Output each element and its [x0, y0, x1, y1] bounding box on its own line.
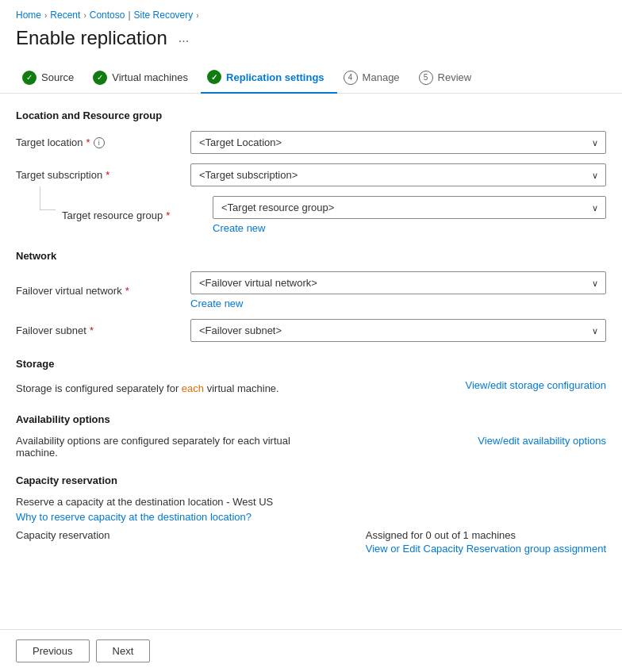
target-location-row: Target location * i <Target Location> [16, 131, 606, 154]
storage-config-link[interactable]: View/edit storage configuration [465, 379, 606, 391]
failover-subnet-row: Failover subnet * <Failover subnet> [16, 319, 606, 342]
step-review[interactable]: 5 Review [413, 63, 485, 93]
failover-vnet-row: Failover virtual network * <Failover vir… [16, 271, 606, 309]
previous-button[interactable]: Previous [16, 639, 90, 662]
capacity-reservation-label: Capacity reservation [16, 529, 190, 541]
capacity-assigned-text: Assigned for 0 out of 1 machines [366, 529, 606, 541]
step-replication-settings[interactable]: ✓ Replication settings [201, 62, 337, 94]
capacity-reservation-section: Capacity reservation Reserve a capacity … [16, 474, 606, 555]
steps-nav: ✓ Source ✓ Virtual machines ✓ Replicatio… [0, 62, 622, 94]
failover-vnet-label: Failover virtual network * [16, 285, 190, 297]
target-subscription-select[interactable]: <Target subscription> [190, 163, 606, 186]
target-location-label: Target location * i [16, 136, 190, 148]
storage-row: Storage is configured separately for eac… [16, 379, 606, 397]
target-subscription-required: * [106, 169, 109, 181]
target-resource-group-container: Target resource group * <Target resource… [16, 196, 606, 234]
step-replication-label: Replication settings [226, 71, 324, 83]
breadcrumb-chevron-3: › [196, 11, 198, 20]
step-replication-check-icon: ✓ [207, 70, 221, 84]
breadcrumb-chevron-2: › [83, 11, 86, 20]
step-source[interactable]: ✓ Source [16, 63, 86, 93]
step-manage[interactable]: 4 Manage [337, 63, 413, 93]
capacity-why-link[interactable]: Why to reserve capacity at the destinati… [16, 511, 251, 523]
step-virtual-machines[interactable]: ✓ Virtual machines [86, 63, 201, 93]
target-resource-group-control: <Target resource group> Create new [213, 196, 606, 234]
target-location-required: * [86, 136, 90, 148]
failover-subnet-label: Failover subnet * [16, 324, 190, 336]
breadcrumb-recent[interactable]: Recent [50, 10, 80, 21]
target-resource-group-label: Target resource group * [62, 209, 213, 221]
failover-subnet-select[interactable]: <Failover subnet> [190, 319, 606, 342]
step-source-check-icon: ✓ [22, 71, 36, 85]
availability-row: Availability options are configured sepa… [16, 435, 606, 459]
target-location-dropdown-wrap: <Target Location> [190, 131, 606, 154]
step-source-label: Source [41, 71, 74, 83]
form-content: Location and Resource group Target locat… [0, 109, 622, 555]
target-subscription-label: Target subscription * [16, 169, 190, 181]
failover-vnet-dropdown-wrap: <Failover virtual network> [190, 271, 606, 294]
step-review-label: Review [438, 71, 472, 83]
failover-subnet-control: <Failover subnet> [190, 319, 606, 342]
capacity-edit-link[interactable]: View or Edit Capacity Reservation group … [366, 543, 606, 555]
breadcrumb-site-recovery[interactable]: Site Recovery [134, 10, 194, 21]
availability-section-title: Availability options [16, 413, 606, 425]
target-location-select[interactable]: <Target Location> [190, 131, 606, 154]
ellipsis-button[interactable]: ... [174, 29, 194, 47]
failover-vnet-create-new[interactable]: Create new [190, 298, 606, 309]
indent-connector [40, 186, 56, 210]
failover-subnet-dropdown-wrap: <Failover subnet> [190, 319, 606, 342]
target-location-info-icon[interactable]: i [94, 137, 105, 148]
capacity-right-content: Assigned for 0 out of 1 machines View or… [366, 529, 606, 555]
availability-section: Availability options Availability option… [16, 413, 606, 459]
breadcrumb-home[interactable]: Home [16, 10, 41, 21]
location-resource-group-section: Location and Resource group Target locat… [16, 109, 606, 234]
next-button[interactable]: Next [96, 639, 151, 662]
network-section-title: Network [16, 250, 606, 262]
network-section: Network Failover virtual network * <Fail… [16, 250, 606, 342]
failover-subnet-required: * [90, 324, 94, 336]
page-header: Enable replication ... [0, 24, 622, 62]
availability-description: Availability options are configured sepa… [16, 435, 301, 459]
capacity-description: Reserve a capacity at the destination lo… [16, 496, 606, 508]
breadcrumb-chevron-1: › [44, 11, 47, 20]
failover-vnet-control: <Failover virtual network> Create new [190, 271, 606, 309]
failover-vnet-required: * [125, 285, 129, 297]
storage-section-title: Storage [16, 358, 606, 370]
capacity-section-title: Capacity reservation [16, 474, 606, 486]
capacity-row: Capacity reservation Assigned for 0 out … [16, 529, 606, 555]
step-vm-check-icon: ✓ [93, 71, 107, 85]
step-manage-num-icon: 4 [344, 71, 358, 85]
target-resource-group-select[interactable]: <Target resource group> [213, 196, 606, 219]
target-subscription-dropdown-wrap: <Target subscription> [190, 163, 606, 186]
failover-vnet-select[interactable]: <Failover virtual network> [190, 271, 606, 294]
target-resource-group-required: * [166, 209, 170, 221]
bottom-bar: Previous Next [0, 629, 622, 672]
storage-section: Storage Storage is configured separately… [16, 358, 606, 397]
step-manage-label: Manage [363, 71, 400, 83]
target-subscription-control: <Target subscription> [190, 163, 606, 186]
target-resource-group-create-new[interactable]: Create new [213, 222, 606, 234]
location-section-title: Location and Resource group [16, 109, 606, 121]
target-subscription-row: Target subscription * <Target subscripti… [16, 163, 606, 186]
storage-description: Storage is configured separately for eac… [16, 379, 279, 397]
storage-each-highlight: each [182, 382, 204, 394]
breadcrumb-separator: | [128, 10, 130, 21]
target-location-control: <Target Location> [190, 131, 606, 154]
availability-options-link[interactable]: View/edit availability options [478, 435, 606, 447]
page-title: Enable replication [16, 27, 167, 49]
breadcrumb-contoso[interactable]: Contoso [90, 10, 125, 21]
target-resource-group-dropdown-wrap: <Target resource group> [213, 196, 606, 219]
target-resource-group-row: Target resource group * <Target resource… [56, 196, 606, 234]
step-vm-label: Virtual machines [112, 71, 188, 83]
step-review-num-icon: 5 [419, 71, 433, 85]
breadcrumb: Home › Recent › Contoso | Site Recovery … [0, 0, 622, 24]
